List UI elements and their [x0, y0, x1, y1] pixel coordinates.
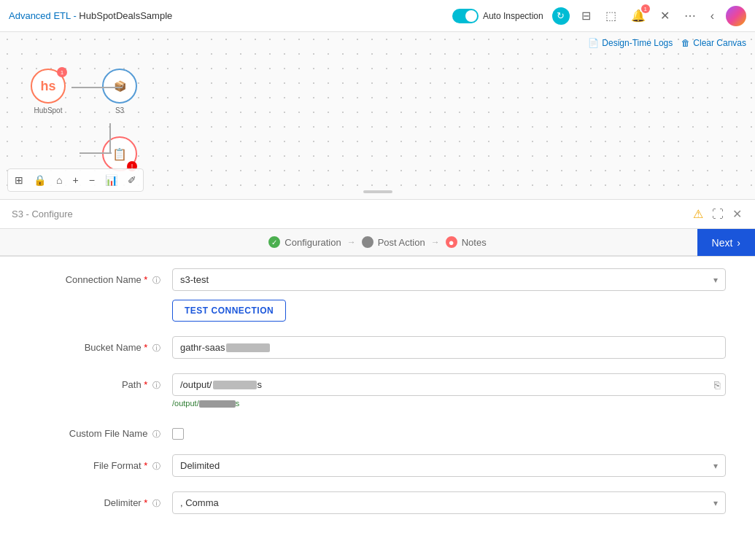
edit-icon[interactable]: ✐ [124, 172, 140, 188]
delimiter-select[interactable]: , Comma ▾ [172, 491, 726, 514]
path-label: Path * ⓘ [29, 373, 160, 391]
node-hubspot[interactable]: hs 1 HubSpot [31, 69, 66, 114]
zoom-in-icon[interactable]: + [69, 172, 82, 188]
trash-icon: 🗑 [681, 38, 690, 48]
clear-canvas-button[interactable]: 🗑 Clear Canvas [681, 38, 746, 48]
path-redacted [213, 381, 257, 389]
delimiter-row: Delimiter * ⓘ , Comma ▾ [29, 491, 726, 514]
path-hint-redacted [199, 400, 236, 408]
custom-file-name-row: Custom File Name ⓘ [29, 422, 726, 440]
lock-icon[interactable]: 🔒 [30, 172, 50, 188]
file-format-value: Delimited [180, 460, 220, 471]
path-input[interactable]: /output/s [172, 373, 726, 396]
required-star-format: * [144, 460, 147, 471]
hubspot-node-circle[interactable]: hs 1 [31, 69, 66, 104]
bucket-name-control: gathr-saas [172, 336, 726, 359]
step-dot-post-action [362, 236, 373, 248]
required-star: * [144, 274, 147, 285]
test-connection-row: TEST CONNECTION [172, 297, 726, 322]
toggle-switch[interactable] [452, 9, 479, 23]
s3-node-circle[interactable]: 📦 [102, 69, 137, 104]
hubspot-label: HubSpot [34, 106, 63, 114]
canvas-top-actions: 📄 Design-Time Logs 🗑 Clear Canvas [588, 38, 746, 48]
logs-icon: 📄 [588, 38, 599, 48]
file-format-label: File Format * ⓘ [29, 454, 160, 472]
custom-file-name-control [172, 422, 726, 440]
back-icon[interactable]: ‹ [708, 7, 717, 26]
bell-badge: 1 [641, 4, 650, 13]
resize-handle[interactable] [363, 190, 392, 193]
design-time-logs-label: Design-Time Logs [602, 38, 673, 48]
custom-file-name-checkbox[interactable] [172, 428, 184, 440]
test-connection-button[interactable]: TEST CONNECTION [172, 300, 286, 322]
connection-name-info-icon[interactable]: ⓘ [152, 276, 160, 284]
arrow-1: → [347, 237, 356, 247]
zoom-out-icon[interactable]: − [85, 172, 98, 188]
bucket-name-prefix: gathr-saas [180, 342, 225, 353]
path-copy-icon[interactable]: ⎘ [714, 379, 720, 391]
connector-line-v [109, 123, 111, 152]
step-notes[interactable]: ● Notes [446, 236, 487, 248]
panel-title: S3 - Configure [12, 209, 73, 219]
delimiter-info-icon[interactable]: ⓘ [152, 499, 160, 508]
bucket-name-input[interactable]: gathr-saas [172, 336, 726, 359]
connector-line-h [71, 87, 123, 88]
chart-icon[interactable]: 📊 [101, 172, 121, 188]
step-dot-notes: ● [446, 236, 457, 248]
app-title: Advanced ETL - HubSpotDealsSample [9, 10, 172, 21]
grid-icon[interactable]: ⊞ [11, 172, 27, 188]
bucket-name-redacted [226, 343, 270, 352]
path-input-wrapper: /output/s ⎘ [172, 373, 726, 396]
bucket-name-row: Bucket Name * ⓘ gathr-saas [29, 336, 726, 359]
connection-name-value: s3-test [180, 274, 209, 285]
design-time-logs-button[interactable]: 📄 Design-Time Logs [588, 38, 673, 48]
steps-bar-wrapper: ✓ Configuration → Post Action → ● Notes … [0, 229, 755, 257]
form-content: Connection Name * ⓘ s3-test ▾ TEST CONNE… [0, 257, 755, 560]
delimiter-control: , Comma ▾ [172, 491, 726, 514]
auto-inspection-toggle[interactable]: Auto Inspection [452, 9, 543, 23]
path-row: Path * ⓘ /output/s ⎘ /output/s [29, 373, 726, 408]
required-star-bucket: * [144, 342, 147, 353]
download-icon[interactable]: ⬚ [603, 6, 619, 26]
delimiter-value: , Comma [180, 497, 219, 508]
save-icon[interactable]: ⊟ [578, 6, 594, 26]
path-info-icon[interactable]: ⓘ [152, 381, 160, 389]
bucket-name-info-icon[interactable]: ⓘ [152, 343, 160, 352]
s3-logo: 📦 [114, 80, 126, 92]
next-button-label: Next [712, 237, 733, 249]
auto-inspection-label: Auto Inspection [483, 11, 543, 21]
canvas-area: hs 1 HubSpot 📦 S3 📋 ! 📄 Design-Time Logs… [0, 32, 755, 200]
bucket-name-label: Bucket Name * ⓘ [29, 336, 160, 354]
error-node-circle[interactable]: 📋 ! [102, 136, 137, 171]
hubspot-badge: 1 [57, 67, 67, 77]
arrow-2: → [431, 237, 440, 247]
expand-icon[interactable]: ⛶ [711, 206, 725, 222]
node-error[interactable]: 📋 ! [102, 136, 137, 171]
warning-icon[interactable]: ⚠ [692, 206, 705, 222]
project-name: HubSpotDealsSample [79, 10, 172, 21]
close-window-icon[interactable]: ✕ [657, 6, 673, 26]
refresh-icon[interactable]: ↻ [552, 7, 570, 25]
next-button[interactable]: Next › [697, 229, 755, 256]
file-format-info-icon[interactable]: ⓘ [152, 462, 160, 470]
file-format-row: File Format * ⓘ Delimited ▾ [29, 454, 726, 477]
home-icon[interactable]: ⌂ [53, 172, 66, 188]
panel-header-actions: ⚠ ⛶ ✕ [692, 206, 743, 222]
step-configuration[interactable]: ✓ Configuration [268, 236, 341, 248]
bell-icon[interactable]: 🔔 1 [628, 6, 648, 26]
more-icon[interactable]: ⋯ [681, 6, 699, 26]
file-format-select[interactable]: Delimited ▾ [172, 454, 726, 477]
connection-name-dropdown-arrow: ▾ [713, 275, 718, 285]
app-name: Advanced ETL - [9, 10, 79, 21]
node-s3[interactable]: 📦 S3 [102, 69, 137, 114]
connection-name-select[interactable]: s3-test ▾ [172, 268, 726, 291]
close-panel-icon[interactable]: ✕ [731, 206, 743, 222]
custom-file-name-info-icon[interactable]: ⓘ [152, 429, 160, 438]
clear-canvas-label: Clear Canvas [693, 38, 746, 48]
step-dot-configuration: ✓ [268, 236, 280, 248]
step-post-action[interactable]: Post Action [362, 236, 425, 248]
avatar[interactable] [726, 6, 746, 26]
connection-name-row: Connection Name * ⓘ s3-test ▾ [29, 268, 726, 291]
configure-panel: S3 - Configure ⚠ ⛶ ✕ ✓ Configuration → P… [0, 200, 755, 560]
required-star-delimiter: * [144, 497, 147, 508]
